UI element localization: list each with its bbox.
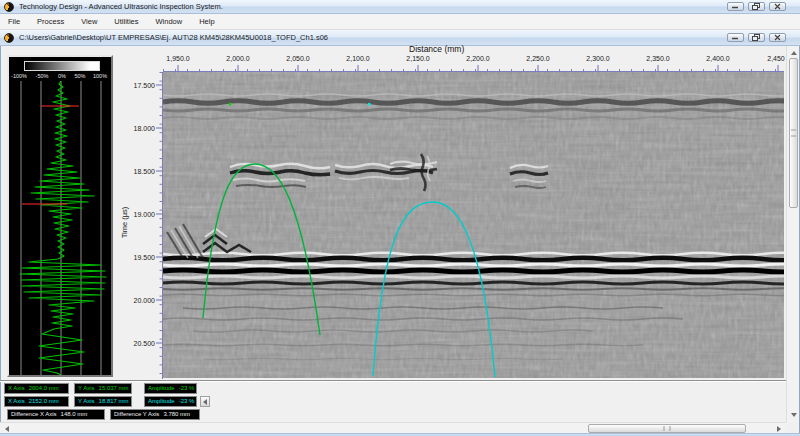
- y-tick: 18.000: [124, 125, 155, 132]
- cursor1-y-label: Y Axis: [78, 383, 95, 394]
- ascan-scale-minus100: -100%: [11, 73, 27, 79]
- ascan-panel[interactable]: -100% -50% 0% 50% 100%: [7, 55, 113, 377]
- y-axis-title: Time (µs): [120, 203, 129, 243]
- right-arrow-icon: [777, 426, 781, 432]
- cursor2-x-value: 2152.0 mm: [29, 396, 59, 407]
- cursor1-amp-label: Amplitude: [148, 383, 175, 394]
- left-arrow-icon: [5, 426, 9, 432]
- doc-close-button[interactable]: [769, 33, 786, 42]
- cursor-2-marker[interactable]: [368, 103, 371, 106]
- x-tick: 1,950.0: [166, 55, 189, 62]
- doc-restore-button[interactable]: [748, 33, 765, 42]
- cursor2-y-label: Y Axis: [78, 396, 95, 407]
- cursor2-x-axis-box: X Axis 2152.0 mm: [4, 396, 69, 407]
- difference-x-label: Difference X Axis: [11, 409, 57, 420]
- y-tick: 18.500: [124, 168, 155, 175]
- ascan-scale-minus50: -50%: [36, 73, 49, 79]
- x-tick: 2,050.0: [286, 55, 309, 62]
- cursor1-y-value: 15.037 mm: [99, 383, 129, 394]
- window-title: Technology Design - Advanced Ultrasonic …: [19, 2, 223, 11]
- cursor1-x-value: 2004.0 mm: [29, 383, 59, 394]
- difference-x-value: 148.0 mm: [61, 409, 88, 420]
- difference-y-box: Difference Y Axis 3.780 mm: [110, 409, 200, 420]
- document-titlebar[interactable]: C:\Users\Gabriel\Desktop\UT EMPRESAS\Ej.…: [0, 30, 800, 46]
- difference-x-box: Difference X Axis 148.0 mm: [7, 409, 105, 420]
- status-scroll-left-button[interactable]: [200, 396, 210, 407]
- down-arrow-icon: [791, 413, 797, 417]
- x-tick: 2,300.0: [586, 55, 609, 62]
- horizontal-scrollbar-thumb[interactable]: [588, 424, 746, 433]
- content-divider: [0, 380, 786, 382]
- close-button[interactable]: [769, 2, 786, 11]
- ascan-waveform-display[interactable]: [9, 81, 111, 375]
- x-tick: 2,450: [767, 55, 785, 62]
- y-tick: 20.500: [124, 340, 155, 347]
- vertical-scrollbar[interactable]: [786, 46, 799, 422]
- cursor1-x-axis-box: X Axis 2004.0 mm: [4, 383, 69, 394]
- menu-help[interactable]: Help: [197, 16, 216, 27]
- doc-minimize-button[interactable]: [727, 33, 744, 42]
- x-tick: 2,400.0: [706, 55, 729, 62]
- menu-utilities[interactable]: Utilities: [112, 16, 140, 27]
- x-axis-title: Distance (mm): [409, 44, 464, 54]
- ascan-waveform: [20, 81, 106, 375]
- close-icon: [774, 3, 782, 10]
- menu-bar: File Process View Utilities Window Help: [0, 14, 800, 30]
- document-icon: [4, 33, 14, 43]
- minimize-button[interactable]: [727, 2, 744, 11]
- menu-process[interactable]: Process: [35, 16, 66, 27]
- ascan-scale-zero: 0%: [58, 73, 66, 79]
- up-arrow-icon: [791, 51, 797, 55]
- scroll-up-button[interactable]: [787, 47, 800, 58]
- cursor1-y-axis-box: Y Axis 15.037 mm: [74, 383, 132, 394]
- main-titlebar[interactable]: Technology Design - Advanced Ultrasonic …: [0, 0, 800, 14]
- x-tick: 2,200.0: [466, 55, 489, 62]
- cursor2-y-value: 18.817 mm: [99, 396, 129, 407]
- x-tick: 2,350.0: [646, 55, 669, 62]
- x-axis-ticks: [163, 64, 784, 72]
- cursor1-x-label: X Axis: [8, 383, 25, 394]
- restore-icon: [752, 34, 761, 41]
- x-tick: 2,250.0: [526, 55, 549, 62]
- document-path: C:\Users\Gabriel\Desktop\UT EMPRESAS\Ej.…: [19, 33, 328, 42]
- y-tick: 19.000: [124, 211, 155, 218]
- left-arrow-icon: [203, 399, 207, 405]
- difference-y-label: Difference Y Axis: [114, 409, 159, 420]
- x-tick: 2,150.0: [406, 55, 429, 62]
- restore-icon: [752, 3, 761, 10]
- scroll-down-button[interactable]: [787, 409, 800, 420]
- ascan-scale-100: 100%: [93, 73, 107, 79]
- cursor2-amp-value: -23 %: [179, 396, 195, 407]
- y-tick: 17.500: [124, 82, 155, 89]
- y-axis-ticks: [156, 72, 163, 379]
- close-icon: [774, 34, 782, 41]
- minimize-icon: [731, 4, 740, 9]
- difference-y-value: 3.780 mm: [163, 409, 190, 420]
- ascan-scale-50: 50%: [74, 73, 85, 79]
- cursor2-amplitude-box: Amplitude -23 %: [144, 396, 197, 407]
- cursor2-amp-label: Amplitude: [148, 396, 175, 407]
- amplitude-gradient-bar: [24, 61, 100, 71]
- y-tick: 19.500: [124, 254, 155, 261]
- cursor2-x-label: X Axis: [8, 396, 25, 407]
- cursor-1-marker[interactable]: [229, 103, 232, 106]
- y-tick: 20.000: [124, 297, 155, 304]
- menu-file[interactable]: File: [6, 16, 22, 27]
- cursor1-amplitude-box: Amplitude -23 %: [144, 383, 197, 394]
- app-window: Technology Design - Advanced Ultrasonic …: [0, 0, 800, 436]
- cursor2-y-axis-box: Y Axis 18.817 mm: [74, 396, 132, 407]
- vertical-scrollbar-thumb[interactable]: [789, 58, 798, 208]
- menu-view[interactable]: View: [79, 16, 99, 27]
- horizontal-scrollbar[interactable]: [0, 422, 786, 433]
- x-tick: 2,100.0: [346, 55, 369, 62]
- x-tick: 2,000.0: [226, 55, 249, 62]
- menu-window[interactable]: Window: [153, 16, 184, 27]
- cursor1-amp-value: -23 %: [179, 383, 195, 394]
- app-logo-icon: [4, 2, 14, 12]
- restore-button[interactable]: [748, 2, 765, 11]
- minimize-icon: [731, 35, 740, 40]
- tofd-scan-image[interactable]: [163, 72, 784, 378]
